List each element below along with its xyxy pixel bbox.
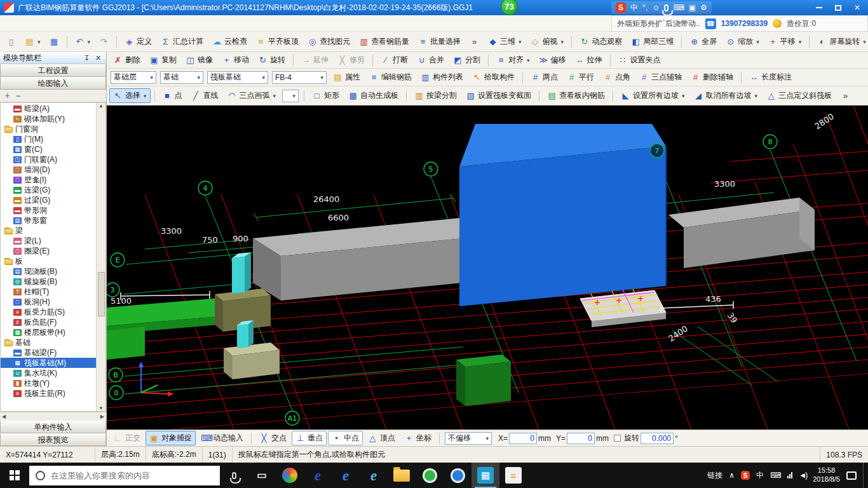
tree-item[interactable]: T柱帽(T) <box>1 287 96 297</box>
pin-icon[interactable]: ↧ <box>82 54 92 62</box>
snap-perpendicular-toggle[interactable]: ⊥垂点 <box>292 431 327 445</box>
view-slab-rebar-button[interactable]: ▤查看板内钢筋 <box>543 88 609 103</box>
tree-item[interactable]: ▬基础梁(F) <box>1 348 96 358</box>
dynamic-input-toggle[interactable]: ⌨动态输入 <box>197 431 247 445</box>
taskbar-mic-icon[interactable] <box>220 463 248 488</box>
raft-section-change-button[interactable]: ▧设置筏板变截面 <box>462 88 535 103</box>
view-rebar-qty-button[interactable]: ▥查看钢筋量 <box>355 34 413 49</box>
element-type-combo[interactable]: 筏板基础▾ <box>207 71 268 84</box>
tree-item[interactable]: ∪集水坑(K) <box>1 368 96 378</box>
offset-button[interactable]: ≫偏移 <box>535 53 570 67</box>
tree-item[interactable]: 门窗洞 <box>1 124 96 134</box>
phone-icon[interactable]: ☎ <box>705 18 716 29</box>
parallel-axis-button[interactable]: #平行 <box>563 70 598 85</box>
sogou-logo-icon[interactable]: S <box>616 3 626 13</box>
edge-dark-icon[interactable]: e <box>304 463 332 488</box>
sogou-toolbar-panel[interactable]: 外墙矩形外扩`后浇带动.. ☎ 13907298339 造价豆:0 <box>611 15 868 32</box>
tree-item[interactable]: □壁龛(I) <box>1 175 96 185</box>
sogou-mic-icon[interactable] <box>664 4 668 11</box>
floor-combo[interactable]: 基础层▾ <box>111 71 156 84</box>
line-tool-button[interactable]: ╱直线 <box>187 88 222 103</box>
snap-vertex-toggle[interactable]: △顶点 <box>364 431 399 445</box>
tree-item[interactable]: ◫门联窗(A) <box>1 154 96 165</box>
tree-item[interactable]: 梁 <box>1 226 96 236</box>
sogou-icon[interactable]: ⚙ <box>700 4 707 11</box>
tree-item[interactable]: ▬暗梁(A) <box>1 104 96 114</box>
tree-item[interactable]: ▬梁(L) <box>1 236 96 246</box>
sogou-icon[interactable]: 中 <box>630 4 638 11</box>
tree-item[interactable]: 板 <box>1 256 96 266</box>
summary-calc-button[interactable]: Σ汇总计算 <box>157 34 207 49</box>
rectangle-tool-button[interactable]: □矩形 <box>308 88 343 103</box>
rotate-angle-input[interactable] <box>641 433 674 444</box>
rotate-button[interactable]: ↻旋转 <box>254 53 289 67</box>
file-explorer-icon[interactable] <box>388 463 416 488</box>
set-all-slopes-button[interactable]: ◣设置所有边坡▾ <box>617 88 689 103</box>
tree-item[interactable]: ▤带形窗 <box>1 215 96 226</box>
sogou-icon[interactable]: ☺ <box>652 4 660 11</box>
three-point-aux-axis-button[interactable]: #三点辅轴 <box>635 70 686 85</box>
tree-item[interactable]: ▬带形洞 <box>1 205 96 215</box>
extend-button[interactable]: →延伸 <box>297 53 332 67</box>
tray-keyboard-icon[interactable]: ⌨ <box>770 471 781 480</box>
sogou-icon[interactable]: °, <box>642 4 648 11</box>
snap-coordinate-toggle[interactable]: +坐标 <box>400 431 435 445</box>
sidebar-section-report-preview[interactable]: 报表预览 <box>0 433 106 446</box>
three-point-sloped-raft-button[interactable]: △三点定义斜筏板 <box>763 88 836 103</box>
action-center-icon[interactable] <box>846 471 857 480</box>
split-button[interactable]: ◩分割 <box>449 53 484 67</box>
sogou-ime-bar[interactable]: S 中°,☺⌨▣⚙ <box>611 1 712 14</box>
expand-all-icon[interactable]: + <box>5 92 10 100</box>
tree-vertical-scrollbar[interactable]: ▲ ▼ <box>96 103 105 411</box>
offset-mode-combo[interactable]: 不偏移 ▾ <box>445 432 492 445</box>
blue-box-3d[interactable] <box>459 124 666 306</box>
selected-raft-plate[interactable] <box>580 289 666 327</box>
set-grip-button[interactable]: ∷设置夹点 <box>614 53 665 67</box>
scroll-right-arrow[interactable]: ▶ <box>100 414 104 419</box>
sogou-ticker[interactable]: 外墙矩形外扩`后浇带动.. <box>617 18 700 29</box>
tree-item[interactable]: ≡筏板主筋(R) <box>1 388 96 398</box>
cloud-check-button[interactable]: ☁云检查 <box>208 34 251 49</box>
redo-button[interactable]: ↷ <box>95 36 112 48</box>
top-view-button[interactable]: ◇俯视▾ <box>527 34 568 49</box>
tree-item[interactable]: ▮柱墩(Y) <box>1 378 96 388</box>
task-view-button[interactable]: ▭ <box>248 463 276 488</box>
tree-item[interactable]: ◎螺旋板(B) <box>1 276 96 287</box>
move-button[interactable]: +移动 <box>218 53 253 67</box>
local-3d-button[interactable]: ◧局部三维 <box>627 34 677 49</box>
tree-item[interactable]: ≈砌体加筋(Y) <box>1 114 96 124</box>
save-button[interactable]: ▦ <box>46 36 63 48</box>
sidebar-section-single-component[interactable]: 单构件输入 <box>0 421 106 433</box>
tray-sogou-icon[interactable]: S <box>741 471 750 480</box>
edit-rebar-button[interactable]: ≡编辑钢筋 <box>365 70 416 85</box>
delete-aux-axis-button[interactable]: #删除辅轴 <box>687 70 737 85</box>
collapse-all-icon[interactable]: − <box>16 92 20 100</box>
network-icon[interactable] <box>787 472 792 478</box>
select-tool-button[interactable]: ↖选择▾ <box>109 88 151 103</box>
tree-item[interactable]: ▯门(M) <box>1 134 96 144</box>
element-name-combo[interactable]: FB-4▾ <box>272 71 327 84</box>
tree-item[interactable]: ▤现浇板(B) <box>1 266 96 276</box>
ie-icon[interactable]: e <box>360 463 388 488</box>
copy-button[interactable]: ▣复制 <box>146 53 180 67</box>
sogou-icon[interactable]: ⌨ <box>673 4 684 11</box>
wps-icon[interactable]: ≡ <box>499 463 527 488</box>
object-snap-toggle[interactable]: ▣对象捕捉 <box>146 431 196 445</box>
green-box-3d[interactable] <box>456 355 511 406</box>
y-offset-input[interactable] <box>567 433 595 444</box>
properties-button[interactable]: ▤属性 <box>329 70 364 85</box>
tray-chevron-icon[interactable]: ∧ <box>729 471 735 480</box>
merge-button[interactable]: ∪合并 <box>413 53 448 67</box>
full-screen-button[interactable]: ⊕全屏 <box>686 34 721 49</box>
define-button[interactable]: ◈定义 <box>121 34 156 49</box>
component-list-button[interactable]: ▥构件列表 <box>417 70 467 85</box>
scroll-left-arrow[interactable]: ◀ <box>2 414 6 419</box>
minimize-button[interactable] <box>810 0 829 15</box>
tree-item[interactable]: 基础 <box>1 337 96 348</box>
tray-ime-indicator[interactable]: 中 <box>756 470 764 481</box>
sidebar-section-draw-input[interactable]: 绘图输入 <box>0 77 106 90</box>
length-dimension-button[interactable]: ↔长度标注 <box>745 70 796 85</box>
sogou-browser-icon[interactable] <box>276 463 304 488</box>
open-file-button[interactable]: ▤▾ <box>21 36 44 48</box>
break-button[interactable]: ∕打断 <box>377 53 412 67</box>
